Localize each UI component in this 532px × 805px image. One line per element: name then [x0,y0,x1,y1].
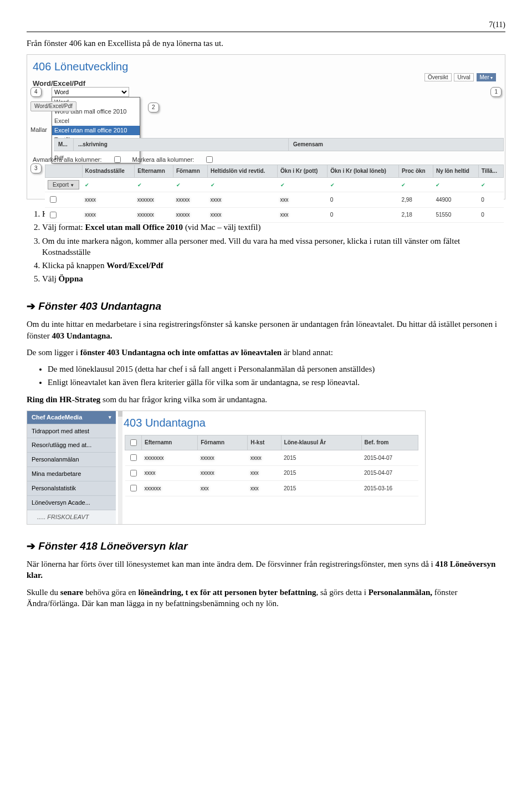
col-ny-lon: Ny lön heltid [433,165,478,178]
col-efternamn: Efternamn [135,165,173,178]
menu-friskoleavt[interactable]: ..... FRISKOLEAVT [27,510,116,524]
right-tabs: Översikt Urval Mer [419,71,500,84]
cell-oknpott: xxx [278,207,328,223]
option-excel[interactable]: Excel [52,116,140,126]
cell-ar: 2015 [281,465,361,481]
cell-efternamn: xxxxxx [142,481,198,496]
cell-efternamn: xxxxxxx [142,450,198,466]
sidebar-head[interactable]: Chef AcadeMedia [27,411,116,424]
mallar-col-gemensam: Gemensam [289,138,504,151]
cell-heltid: xxxx [208,207,278,223]
menu-personalanmalan[interactable]: Personalanmälan [27,452,116,466]
table-403: Efternamn Förnamn H-kst Löne-klausul År … [125,435,418,496]
cell-fornamn: xxxxx [198,450,248,466]
cell-nylon: 44900 [433,192,478,208]
step-3: Om du inte markera någon, kommer alla pe… [42,235,505,258]
columns-checkbox-table: Kostnadsställe Efternamn Förnamn Heltids… [45,165,504,223]
col-hkst: H-kst [248,435,281,450]
col-okn-pott: Ökn i Kr (pott) [278,165,328,178]
col-kostnadsstalle: Kostnadsställe [82,165,135,178]
sec403-p3: Ring din HR-Strateg som du har frågor kr… [27,394,505,405]
scroll-up-icon[interactable] [118,411,122,417]
screenshot-403: Chef AcadeMedia Tidrapport med attest Re… [27,411,426,525]
scrollbar[interactable] [118,411,122,524]
cell-from: 2015-04-07 [361,465,418,481]
col-proc-okn: Proc ökn [398,165,433,178]
chk-tilla[interactable] [478,177,503,192]
row-check[interactable] [50,212,57,218]
cell-hkst: xxxx [248,450,281,466]
col-tilla: Tillä... [478,165,503,178]
option-excel-no-mall[interactable]: Excel utan mall office 2010 [52,126,140,135]
chk-efternamn[interactable] [135,177,173,192]
sec418-p1: När lönerna har förts över till lönesyst… [27,558,505,581]
sec403-bullets: De med löneklausul 2015 (detta har chef … [48,363,505,388]
cell-ar: 2015 [281,481,361,496]
col-efternamn: Efternamn [142,435,198,450]
chk-fornamn[interactable] [173,177,208,192]
intro-406: Från fönster 406 kan en Excellista på de… [27,38,505,49]
cell-ar: 2015 [281,450,361,466]
export-button[interactable]: Export [48,180,79,190]
menu-tidrapport[interactable]: Tidrapport med attest [27,424,116,438]
cell-hkst: xxx [248,465,281,481]
row-check[interactable] [130,485,137,491]
cell-efternamn: xxxxxx [135,207,173,223]
table-row: xxxx xxxxxx xxxxx xxxx xxx 0 2,98 44900 … [45,192,503,208]
section-403-title: Fönster 403 Undantagna [27,299,505,314]
col-klausul-ar: Löne-klausul År [281,435,361,450]
word-excel-pdf-button[interactable]: Word/Excel/Pdf [30,101,76,111]
cell-from: 2015-04-07 [361,450,418,466]
cell-efternamn: xxxx [142,465,198,481]
menu-personalstatistik[interactable]: Personalstatistik [27,481,116,495]
row-check[interactable] [130,454,137,461]
cell-kst: xxxx [82,192,135,208]
row-check[interactable] [50,196,57,203]
format-select[interactable]: Word [52,87,129,97]
page-divider [27,32,505,32]
markera-check[interactable] [206,156,213,163]
menu-resor[interactable]: Resor/utlägg med at... [27,438,116,452]
cell-efternamn: xxxxxx [135,192,173,208]
cell-fornamn: xxx [198,481,248,496]
menu-loneoversyn[interactable]: Löneöversyn Acade... [27,495,116,510]
window-title-403: 403 Undantagna [124,414,420,434]
sec418-p2: Skulle du senare behöva göra en löneändr… [27,587,505,609]
chk-proc[interactable] [398,177,433,192]
menu-mina-medarbetare[interactable]: Mina medarbetare [27,466,116,481]
mallar-label: Mallar [30,126,47,134]
tab-urval[interactable]: Urval [454,73,473,81]
avmarkera-check[interactable] [114,156,121,163]
tab-oversikt[interactable]: Översikt [424,73,452,81]
mallar-table-header: M... ...skrivning Gemensam [54,138,504,151]
col-heltidslon: Heltidslön vid revtid. [208,165,278,178]
table-row: xxxxxxx xxxxx xxxx 2015 2015-04-07 [125,450,418,466]
cell-proc: 2,18 [398,207,433,223]
cell-kst: xxxx [82,207,135,223]
cell-nylon: 51550 [433,207,478,223]
select-all-check[interactable] [130,439,137,446]
main-403: 403 Undantagna Efternamn Förnamn H-kst L… [116,411,425,524]
chk-kst[interactable] [82,177,135,192]
screenshot-406: 406 Löneutveckling Word/Excel/Pdf Översi… [27,54,505,199]
chk-okn-lokal[interactable] [328,177,399,192]
mallar-col-skrivning: ...skrivning [74,138,289,151]
section-418-title: Fönster 418 Löneöversyn klar [27,539,505,553]
table-row: xxxx xxxxxx xxxxx xxxx xxx 0 2,18 51550 … [45,207,503,223]
chk-okn-pott[interactable] [278,177,328,192]
cell-okn: 0 [328,192,399,208]
step-4: Klicka på knappen Word/Excel/Pdf [42,260,505,271]
col-fornamn: Förnamn [173,165,208,178]
avmarkera-label: Avmarkera alla kolumner: [33,156,102,164]
chk-heltid[interactable] [208,177,278,192]
col-fornamn: Förnamn [198,435,248,450]
callout-1: 1 [490,87,502,97]
tab-mer[interactable]: Mer [477,73,496,81]
row-check[interactable] [130,470,137,476]
cell-tilla: 0 [478,207,503,223]
chk-nylon[interactable] [433,177,478,192]
cell-okn: 0 [328,207,399,223]
callout-4: 4 [30,87,42,97]
bullet-2: Enligt löneavtalet kan även flera kriter… [48,377,505,388]
cell-oknpott: xxx [278,192,328,208]
